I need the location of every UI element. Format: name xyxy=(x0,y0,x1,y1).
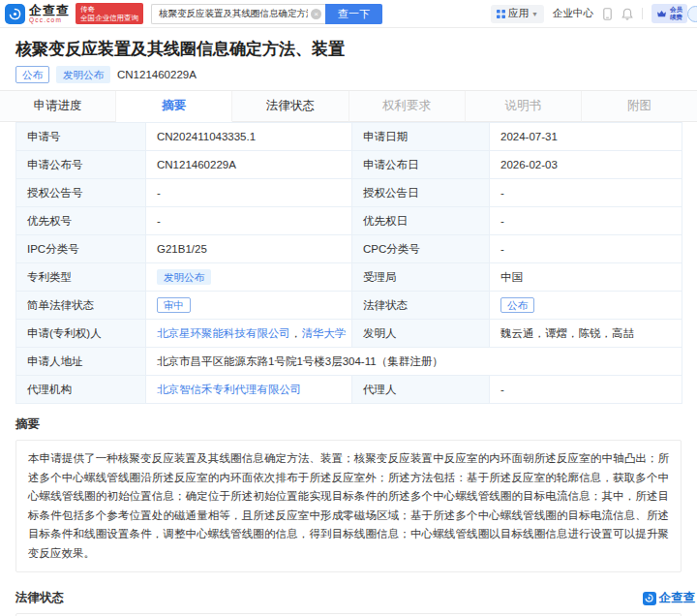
legal-status-badge: 公布 xyxy=(500,297,534,313)
apps-menu[interactable]: 应用 ▼ xyxy=(491,5,544,23)
status-badge: 公布 xyxy=(15,66,49,83)
field-value: CN202411043335.1 xyxy=(146,123,352,151)
table-row: 优先权号 - 优先权日 - xyxy=(16,207,682,235)
field-value: CN121460229A xyxy=(146,151,352,179)
slogan-line1: 传奇 xyxy=(80,5,138,14)
search-box[interactable]: × xyxy=(151,4,325,24)
patent-type-badge: 发明公布 xyxy=(157,269,211,285)
field-label: 申请公布号 xyxy=(16,151,146,179)
vip-text: 会员 续费 xyxy=(670,6,682,21)
applicant-link-university[interactable]: 清华大学 xyxy=(302,327,347,339)
tab-application-progress[interactable]: 申请进度 xyxy=(0,91,116,122)
field-value: 北京星环聚能科技有限公司，清华大学 xyxy=(146,320,352,348)
header-actions: 应用 ▼ 企业中心 会员 续费 xyxy=(491,4,697,23)
table-row: 简单法律状态 审中 法律状态 公布 xyxy=(16,292,682,320)
field-value: - xyxy=(490,376,682,404)
field-label: 优先权日 xyxy=(352,207,490,235)
applicant-link-company[interactable]: 北京星环聚能科技有限公司 xyxy=(157,327,290,339)
badge-row: 公布 发明公布 CN121460229A xyxy=(15,65,682,83)
customer-service-icon[interactable] xyxy=(687,6,697,22)
tab-legal-status[interactable]: 法律状态 xyxy=(232,91,348,122)
field-label: 受理局 xyxy=(352,263,490,292)
tab-claims[interactable]: 权利要求 xyxy=(349,91,466,122)
field-label: 申请号 xyxy=(16,123,146,151)
legal-status-section-title: 法律状态 xyxy=(15,590,64,606)
field-label: 代理人 xyxy=(352,376,490,404)
tab-figures[interactable]: 附图 xyxy=(582,91,697,122)
field-label: 法律状态 xyxy=(352,292,490,320)
qcc-watermark: 企查查 xyxy=(643,590,696,606)
slogan-line2: 全国企业信用查询 xyxy=(80,14,138,22)
publication-number: CN121460229A xyxy=(117,69,197,80)
top-header: 企查查 Qcc.com 传奇 全国企业信用查询 × 查一下 应用 ▼ 企业中心 xyxy=(0,0,697,28)
search-button[interactable]: 查一下 xyxy=(325,4,382,24)
chevron-down-icon: ▼ xyxy=(531,11,538,17)
brand-domain: Qcc.com xyxy=(29,17,70,24)
field-value: 北京市昌平区能源东路1号院1号楼3层304-11（集群注册） xyxy=(146,348,682,376)
field-label: 授权公告日 xyxy=(352,179,490,207)
field-label: 申请公布日 xyxy=(352,151,490,179)
apps-grid-icon xyxy=(497,10,505,18)
field-label: 专利类型 xyxy=(16,263,146,292)
phone-icon[interactable] xyxy=(602,8,613,20)
field-value: - xyxy=(146,179,352,207)
tab-bar: 申请进度 摘要 法律状态 权利要求 说明书 附图 xyxy=(0,90,697,122)
field-value: G21B1/25 xyxy=(146,235,352,263)
field-value: - xyxy=(490,179,682,207)
table-row: 授权公告号 - 授权公告日 - xyxy=(16,179,682,207)
field-label: 简单法律状态 xyxy=(16,292,146,320)
table-row: 专利类型 发明公布 受理局 中国 xyxy=(16,263,682,292)
qcc-logo-icon xyxy=(5,4,25,24)
field-value: 中国 xyxy=(490,263,682,292)
field-label: 申请人地址 xyxy=(16,348,146,376)
brand-name: 企查查 xyxy=(29,4,70,16)
field-value: 发明公布 xyxy=(146,263,352,292)
agency-link[interactable]: 北京智信禾专利代理有限公司 xyxy=(157,384,302,395)
field-label: 申请(专利权)人 xyxy=(16,320,146,348)
slogan-badge: 传奇 全国企业信用查询 xyxy=(76,3,143,24)
table-row: IPC分类号 G21B1/25 CPC分类号 - xyxy=(16,235,682,263)
tab-abstract[interactable]: 摘要 xyxy=(116,91,232,122)
field-value: 魏云通，谭熠，陈锐，高喆 xyxy=(490,320,682,348)
field-label: IPC分类号 xyxy=(16,235,146,263)
crown-icon xyxy=(656,10,667,18)
field-value: - xyxy=(146,207,352,235)
table-row: 申请人地址 北京市昌平区能源东路1号院1号楼3层304-11（集群注册） xyxy=(16,348,682,376)
field-label: 优先权号 xyxy=(16,207,146,235)
vip-renew-button[interactable]: 会员 续费 xyxy=(652,4,687,23)
field-value: 2024-07-31 xyxy=(490,123,682,151)
header-divider xyxy=(642,8,643,19)
abstract-text: 本申请提供了一种核聚变反应装置及其线圈信息确定方法、装置；核聚变反应装置中反应室… xyxy=(15,440,682,572)
clear-icon[interactable]: × xyxy=(311,9,321,19)
qcc-logo[interactable]: 企查查 Qcc.com xyxy=(5,4,70,24)
table-row: 申请号 CN202411043335.1 申请日期 2024-07-31 xyxy=(16,123,682,151)
field-value: 北京智信禾专利代理有限公司 xyxy=(146,376,352,404)
simple-legal-status-badge: 审中 xyxy=(157,297,191,313)
search-bar: × 查一下 xyxy=(151,4,382,24)
qcc-watermark-text: 企查查 xyxy=(659,590,696,606)
table-row: 申请(专利权)人 北京星环聚能科技有限公司，清华大学 发明人 魏云通，谭熠，陈锐… xyxy=(16,320,682,348)
field-label: CPC分类号 xyxy=(352,235,490,263)
field-value: 2026-02-03 xyxy=(490,151,682,179)
search-input[interactable] xyxy=(159,9,308,19)
patent-header: 核聚变反应装置及其线圈信息确定方法、装置 公布 发明公布 CN121460229… xyxy=(0,28,697,83)
patent-details-table: 申请号 CN202411043335.1 申请日期 2024-07-31 申请公… xyxy=(15,122,682,404)
field-value: 审中 xyxy=(146,292,352,320)
table-row: 申请公布号 CN121460229A 申请公布日 2026-02-03 xyxy=(16,151,682,179)
tab-specification[interactable]: 说明书 xyxy=(466,91,582,122)
page-title: 核聚变反应装置及其线圈信息确定方法、装置 xyxy=(15,40,682,59)
field-label: 申请日期 xyxy=(352,123,490,151)
enterprise-center-link[interactable]: 企业中心 xyxy=(553,7,593,20)
field-label: 发明人 xyxy=(352,320,490,348)
field-value: 公布 xyxy=(490,292,682,320)
apps-label: 应用 xyxy=(508,7,529,20)
patent-type-badge: 发明公布 xyxy=(56,66,110,83)
bell-icon[interactable] xyxy=(621,8,633,20)
brand-text: 企查查 Qcc.com xyxy=(29,4,70,24)
field-value: - xyxy=(490,235,682,263)
abstract-section-title: 摘要 xyxy=(15,416,682,433)
legal-status-header: 法律状态 企查查 xyxy=(15,590,695,606)
applicant-separator: ， xyxy=(290,327,302,339)
field-label: 授权公告号 xyxy=(16,179,146,207)
table-row: 代理机构 北京智信禾专利代理有限公司 代理人 - xyxy=(16,376,682,404)
